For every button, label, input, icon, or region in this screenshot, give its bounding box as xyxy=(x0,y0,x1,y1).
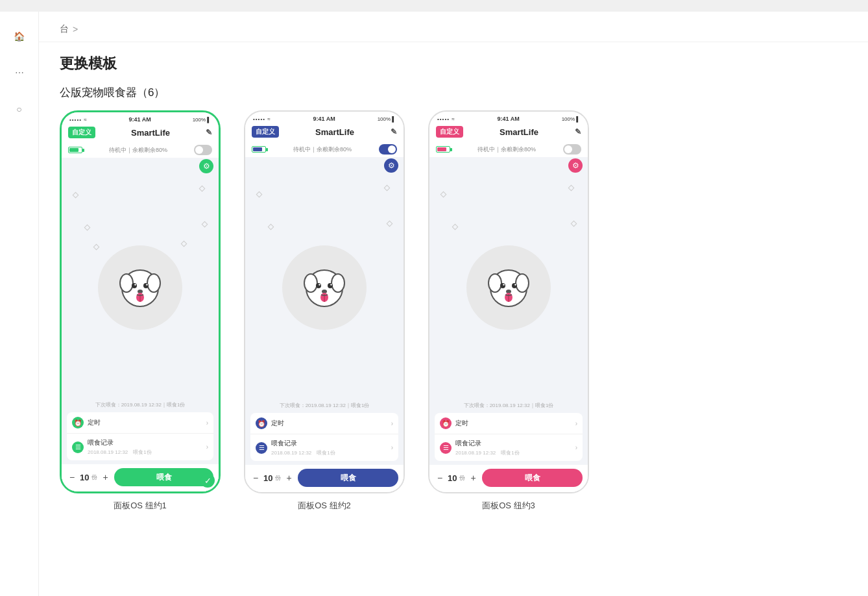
svg-point-24 xyxy=(503,284,504,285)
edit-icon-2[interactable]: ✎ xyxy=(391,127,397,136)
svg-point-5 xyxy=(143,283,149,288)
dog-area-1 xyxy=(62,173,219,399)
sidebar-icon-circle[interactable]: ○ xyxy=(8,97,31,121)
phone-bottom-1: − 10 份 + 喂食 xyxy=(62,464,219,491)
timer-icon-3: ⏰ xyxy=(440,417,452,429)
card-label-2: 面板OS 纽约2 xyxy=(298,500,351,512)
status-bar-2: ••••• ≈ 9:41 AM 100% ▌ xyxy=(245,112,404,123)
edit-icon-1[interactable]: ✎ xyxy=(206,128,212,137)
template-card-1[interactable]: ••••• ≈ 9:41 AM 100% ▌ 自定义 SmartLife ✎ xyxy=(60,110,221,512)
custom-badge-2: 自定义 xyxy=(252,126,279,138)
signal-dots-3: ••••• ≈ xyxy=(437,116,455,122)
svg-point-12 xyxy=(332,274,344,292)
signal-dots-2: ••••• ≈ xyxy=(253,116,271,122)
menu-item-timer-1[interactable]: ⏰ 定时 › xyxy=(67,412,213,434)
qty-unit-3: 份 xyxy=(459,474,465,482)
feed-button-3[interactable]: 喂食 xyxy=(482,469,583,487)
gear-button-2[interactable]: ⚙ xyxy=(384,158,398,173)
qty-control-2: − 10 份 + xyxy=(250,473,294,483)
toggle-1[interactable] xyxy=(194,145,212,155)
record-icon-3: ☰ xyxy=(440,442,452,454)
custom-badge-1: 自定义 xyxy=(68,127,95,138)
gear-button-3[interactable]: ⚙ xyxy=(568,158,583,173)
dog-circle-1 xyxy=(98,245,182,330)
template-card-3[interactable]: ••••• ≈ 9:41 AM 100% ▌ 自定义 SmartLife ✎ 待… xyxy=(428,110,589,512)
svg-point-3 xyxy=(132,283,137,288)
phone-mockup-1: ••••• ≈ 9:41 AM 100% ▌ 自定义 SmartLife ✎ xyxy=(60,110,221,493)
template-card-2[interactable]: ••••• ≈ 9:41 AM 100% ▌ 自定义 SmartLife ✎ 待… xyxy=(244,110,405,512)
breadcrumb-home[interactable]: 台 xyxy=(60,23,69,35)
qty-control-1: − 10 份 + xyxy=(67,472,110,482)
record-arrow-2: › xyxy=(391,444,393,451)
qty-plus-1[interactable]: + xyxy=(100,472,110,482)
qty-minus-3[interactable]: − xyxy=(435,473,445,483)
app-title-3: SmartLife xyxy=(500,127,538,137)
timer-label-1: 定时 xyxy=(88,418,101,427)
phone-header-3: 自定义 SmartLife ✎ xyxy=(429,123,588,142)
qty-plus-2[interactable]: + xyxy=(283,473,294,483)
deco-2 xyxy=(84,225,91,231)
qty-control-3: − 10 份 + xyxy=(435,473,478,483)
record-arrow-1: › xyxy=(206,443,208,451)
gear-button-1[interactable]: ⚙ xyxy=(199,159,213,173)
edit-icon-3[interactable]: ✎ xyxy=(575,127,581,136)
svg-point-13 xyxy=(316,283,321,288)
deco-b4 xyxy=(387,221,393,227)
menu-item-record-2[interactable]: ☰ 喂食记录 2018.08.19 12:32 喂食1份 › xyxy=(250,434,398,461)
feed-info-3: 下次喂食：2019.08.19 12:32｜喂食1份 xyxy=(429,399,588,413)
phone-body-3: 待机中｜余粮剩余80% ⚙ xyxy=(429,142,588,492)
status-text-2: 待机中｜余粮剩余80% xyxy=(266,145,379,154)
status-text-1: 待机中｜余粮剩余80% xyxy=(82,146,194,155)
menu-item-record-3[interactable]: ☰ 喂食记录 2018.08.19 12:32 喂食1份 › xyxy=(435,434,583,461)
qty-value-1: 10 xyxy=(80,473,89,482)
qty-plus-3[interactable]: + xyxy=(468,473,478,483)
svg-point-11 xyxy=(304,274,317,292)
deco-6 xyxy=(181,241,187,247)
feed-button-1[interactable]: 喂食 xyxy=(114,468,213,486)
time-1: 9:41 AM xyxy=(129,116,151,123)
qty-minus-1[interactable]: − xyxy=(67,472,77,482)
status-text-3: 待机中｜余粮剩余80% xyxy=(450,145,563,154)
menu-arrow-3: › xyxy=(575,420,577,427)
feed-button-2[interactable]: 喂食 xyxy=(298,469,398,487)
time-2: 9:41 AM xyxy=(313,116,335,122)
record-sub-1: 2018.08.19 12:32 喂食1份 xyxy=(88,449,152,456)
deco-5 xyxy=(93,244,100,251)
modal-panel: 台 > 更换模板 公版宠物喂食器（6） ••••• ≈ 9:41 AM 100%… xyxy=(39,12,868,596)
menu-item-timer-2[interactable]: ⏰ 定时 › xyxy=(250,413,398,434)
menu-item-record-1[interactable]: ☰ 喂食记录 2018.08.19 12:32 喂食1份 › xyxy=(67,434,213,460)
status-bar-3: ••••• ≈ 9:41 AM 100% ▌ xyxy=(429,112,588,123)
menu-arrow-2: › xyxy=(391,420,393,427)
dog-area-3 xyxy=(429,173,588,399)
qty-minus-2[interactable]: − xyxy=(250,473,261,483)
toggle-3[interactable] xyxy=(563,144,581,155)
phone-bottom-2: − 10 份 + 喂食 xyxy=(245,465,404,492)
phone-mockup-3: ••••• ≈ 9:41 AM 100% ▌ 自定义 SmartLife ✎ 待… xyxy=(428,110,589,493)
toggle-2[interactable] xyxy=(379,144,397,155)
selected-checkmark-1: ✓ xyxy=(200,473,215,488)
menu-2: ⏰ 定时 › ☰ 喂食记录 2018.08.19 12:32 喂食1份 › xyxy=(250,413,398,461)
page-title: 更换模板 xyxy=(39,42,868,79)
menu-item-timer-3[interactable]: ⏰ 定时 › xyxy=(435,413,583,434)
gear-area-1: ⚙ xyxy=(62,158,219,173)
deco-b1 xyxy=(256,192,263,198)
battery-text-3: 100% ▌ xyxy=(562,116,580,122)
gear-area-2: ⚙ xyxy=(245,157,404,173)
dog-illustration-3 xyxy=(479,258,538,317)
dog-illustration-2 xyxy=(295,258,354,317)
card-label-3: 面板OS 纽约3 xyxy=(482,500,535,512)
sidebar-icon-home[interactable]: 🏠 xyxy=(8,25,31,48)
deco-p1 xyxy=(440,192,447,198)
menu-1: ⏰ 定时 › ☰ 喂食记录 2018.08.19 12:32 喂食1份 › xyxy=(67,412,213,460)
sidebar-icon-more[interactable]: ⋯ xyxy=(8,61,31,84)
deco-p3 xyxy=(568,185,575,192)
battery-icon-3 xyxy=(436,146,450,153)
left-sidebar: 🏠 ⋯ ○ xyxy=(0,12,39,596)
svg-point-23 xyxy=(500,283,505,288)
svg-point-15 xyxy=(328,283,333,288)
svg-point-4 xyxy=(134,284,136,285)
svg-point-22 xyxy=(516,274,529,292)
phone-body-1: 待机中｜余粮剩余80% ⚙ xyxy=(62,142,219,491)
breadcrumb: 台 > xyxy=(39,12,868,42)
phone-body-2: 待机中｜余粮剩余80% ⚙ xyxy=(245,142,404,492)
